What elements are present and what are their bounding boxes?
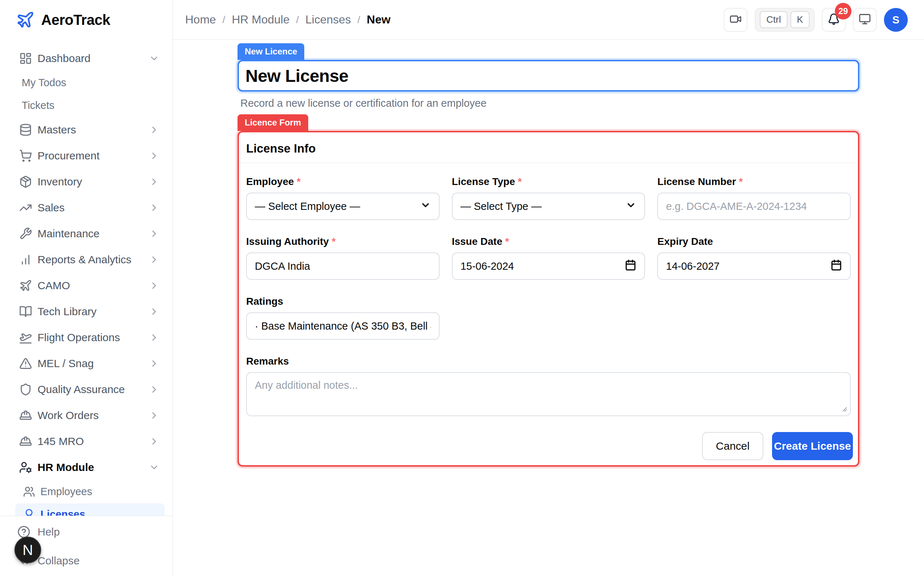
- license-type-field: License Type * — Select Type —: [452, 176, 645, 220]
- topbar-actions: Ctrl K 29 S: [724, 8, 908, 32]
- chevron-right-icon: [149, 306, 160, 317]
- ratings-input[interactable]: [246, 312, 439, 340]
- breadcrumb-hr-module[interactable]: HR Module: [232, 13, 289, 26]
- annotation-tag-licence-form: Licence Form: [237, 114, 308, 131]
- ratings-label: Ratings: [246, 296, 439, 307]
- remarks-field: Remarks: [244, 356, 853, 416]
- sidebar-item-tickets[interactable]: Tickets: [0, 94, 173, 117]
- alert-triangle-icon: [19, 357, 32, 370]
- chevron-right-icon: [149, 280, 160, 291]
- sidebar-item-label: Dashboard: [37, 52, 90, 64]
- chevron-right-icon: [149, 410, 160, 421]
- sidebar-item-sales[interactable]: Sales: [0, 195, 173, 221]
- expiry-date-field: Expiry Date 14-06-2027: [657, 236, 851, 280]
- sidebar-item-label: Quality Assurance: [37, 384, 125, 396]
- chevron-right-icon: [149, 124, 160, 135]
- breadcrumb-licenses[interactable]: Licenses: [305, 13, 351, 26]
- hard-hat-icon: [19, 435, 32, 448]
- breadcrumb-separator: /: [357, 14, 360, 26]
- book-open-icon: [19, 305, 32, 318]
- sidebar-item-label: Work Orders: [37, 409, 99, 422]
- hard-hat-icon: [19, 409, 32, 422]
- sidebar-item-label: Tickets: [22, 100, 55, 111]
- sidebar-item-procurement[interactable]: Procurement: [0, 143, 173, 169]
- resize-handle[interactable]: [840, 405, 848, 413]
- sidebar-item-inventory[interactable]: Inventory: [0, 169, 173, 195]
- remarks-label: Remarks: [246, 356, 851, 367]
- sidebar-item-flight-operations[interactable]: Flight Operations: [0, 324, 173, 351]
- sidebar-item-145-mro[interactable]: 145 MRO: [0, 429, 173, 455]
- trending-up-icon: [19, 201, 32, 214]
- plane-logo-icon: [16, 10, 35, 29]
- user-cog-icon: [19, 461, 32, 474]
- issue-date-input[interactable]: 15-06-2024: [452, 253, 645, 280]
- logo[interactable]: AeroTrack: [0, 0, 173, 40]
- sidebar-item-dashboard[interactable]: Dashboard: [0, 45, 173, 71]
- issuing-authority-label: Issuing Authority *: [246, 236, 439, 247]
- sidebar-item-label: 145 MRO: [37, 435, 84, 448]
- chevron-right-icon: [149, 332, 160, 343]
- sidebar: AeroTrack DashboardMy TodosTicketsMaster…: [0, 0, 173, 577]
- bar-chart-icon: [19, 253, 32, 266]
- chevron-right-icon: [149, 150, 160, 161]
- sidebar-item-label: My Todos: [22, 77, 66, 89]
- wrench-icon: [19, 227, 32, 240]
- sidebar-item-hr-module[interactable]: HR Module: [0, 455, 173, 480]
- employee-label: Employee *: [246, 176, 439, 187]
- sidebar-item-masters[interactable]: Masters: [0, 117, 173, 143]
- display-button[interactable]: [853, 8, 877, 32]
- users-icon: [23, 486, 35, 498]
- license-number-field: License Number *: [657, 176, 851, 220]
- cancel-button[interactable]: Cancel: [702, 432, 763, 460]
- sidebar-item-mel-snag[interactable]: MEL / Snag: [0, 351, 173, 377]
- sidebar-item-label: HR Module: [37, 461, 94, 474]
- page-title: New License: [246, 66, 348, 86]
- chevron-right-icon: [149, 254, 160, 265]
- ratings-field: Ratings: [246, 296, 439, 340]
- issuing-authority-field: Issuing Authority *: [246, 236, 439, 280]
- sidebar-item-maintenance[interactable]: Maintenance: [0, 221, 173, 247]
- sidebar-item-work-orders[interactable]: Work Orders: [0, 403, 173, 429]
- chevron-right-icon: [149, 228, 160, 239]
- sidebar-item-licenses[interactable]: Licenses: [0, 503, 173, 516]
- calendar-icon[interactable]: [625, 259, 636, 273]
- sidebar-item-label: Procurement: [37, 150, 100, 162]
- breadcrumb-current: New: [367, 13, 391, 26]
- main-area: Home / HR Module / Licenses / New Ctrl K: [173, 0, 924, 577]
- sidebar-item-tech-library[interactable]: Tech Library: [0, 298, 173, 324]
- license-type-select[interactable]: — Select Type —: [452, 193, 645, 220]
- form-actions: Cancel Create License: [244, 432, 853, 462]
- chevron-right-icon: [149, 358, 160, 369]
- plane-takeoff-icon: [19, 331, 32, 344]
- video-icon: [729, 13, 742, 27]
- shield-icon: [19, 383, 32, 396]
- sidebar-item-reports-analytics[interactable]: Reports & Analytics: [0, 247, 173, 272]
- layout-dashboard-icon: [19, 52, 32, 65]
- user-avatar[interactable]: S: [884, 8, 908, 32]
- award-icon: [23, 508, 35, 516]
- notifications-button[interactable]: 29: [822, 8, 846, 32]
- dev-tools-button[interactable]: N: [15, 537, 41, 563]
- employee-select[interactable]: — Select Employee —: [246, 193, 439, 220]
- sidebar-item-employees[interactable]: Employees: [0, 480, 173, 503]
- license-type-select-value: — Select Type —: [460, 200, 542, 213]
- license-number-input[interactable]: [657, 193, 851, 220]
- sidebar-item-camo[interactable]: CAMO: [0, 272, 173, 298]
- sidebar-item-my-todos[interactable]: My Todos: [0, 71, 173, 94]
- chevron-down-icon: [420, 200, 431, 213]
- issue-date-field: Issue Date * 15-06-2024: [452, 236, 645, 280]
- create-license-button[interactable]: Create License: [772, 432, 853, 460]
- remarks-textarea[interactable]: [246, 372, 851, 416]
- breadcrumb-home[interactable]: Home: [185, 13, 216, 26]
- video-button[interactable]: [724, 8, 748, 32]
- issuing-authority-input[interactable]: [246, 253, 439, 280]
- calendar-icon[interactable]: [830, 259, 842, 273]
- sidebar-item-label: Reports & Analytics: [37, 253, 131, 266]
- expiry-date-input[interactable]: 14-06-2027: [657, 253, 851, 280]
- license-type-label: License Type *: [452, 176, 645, 187]
- chevron-down-icon: [149, 462, 160, 473]
- sidebar-item-quality-assurance[interactable]: Quality Assurance: [0, 377, 173, 403]
- command-palette-shortcut[interactable]: Ctrl K: [755, 8, 815, 32]
- sidebar-item-label: Inventory: [37, 176, 82, 188]
- sidebar-item-label: Tech Library: [37, 305, 96, 318]
